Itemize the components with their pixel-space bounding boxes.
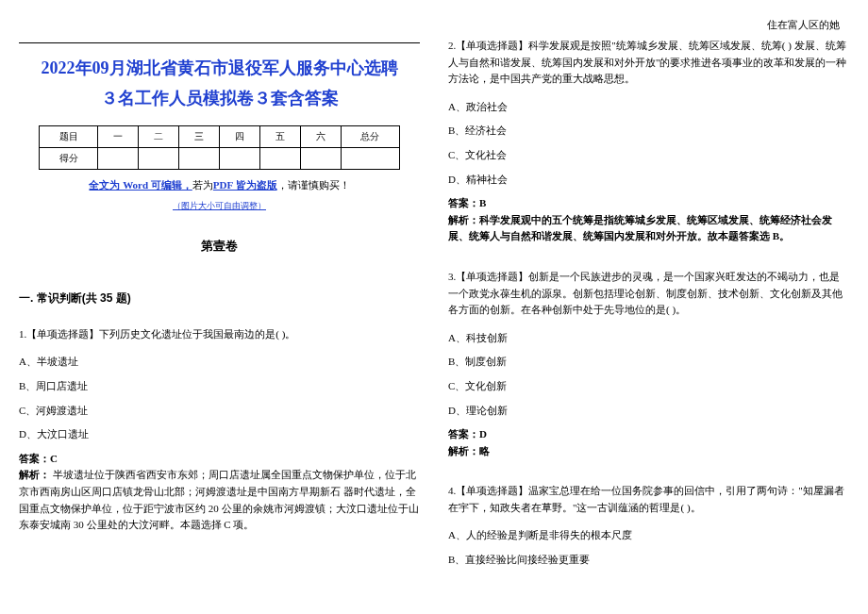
header-mark: 住在富人区的她 — [767, 17, 840, 34]
right-column: 2.【单项选择题】科学发展观是按照"统筹城乡发展、统筹区域发展、统筹( ) 发展… — [448, 9, 849, 586]
score-table: 题目 一 二 三 四 五 六 总分 得分 — [39, 125, 400, 170]
question-2: 2.【单项选择题】科学发展观是按照"统筹城乡发展、统筹区域发展、统筹( ) 发展… — [448, 38, 849, 245]
editable-notice: 全文为 Word 可编辑，若为PDF 皆为盗版，请谨慎购买！ — [19, 177, 420, 194]
td — [178, 147, 219, 169]
q2-opt-d: D、精神社会 — [448, 172, 849, 189]
th: 六 — [300, 125, 341, 147]
main-title: 2022年09月湖北省黄石市退役军人服务中心选聘３名工作人员模拟卷３套含答案 — [38, 53, 401, 114]
q4-opt-b: B、直接经验比间接经验更重要 — [448, 552, 849, 569]
notice-word: 全文为 Word 可编辑， — [89, 179, 192, 191]
volume-title: 第壹卷 — [19, 237, 420, 257]
q1-stem: 1.【单项选择题】下列历史文化遗址位于我国最南边的是( )。 — [19, 326, 420, 343]
q3-analysis-label: 解析： — [448, 445, 479, 456]
q3-options: A、科技创新 B、制度创新 C、文化创新 D、理论创新 — [448, 330, 849, 419]
th: 五 — [259, 125, 300, 147]
q2-analysis-label: 解析： — [448, 214, 479, 225]
q2-opt-a: A、政治社会 — [448, 99, 849, 116]
td — [341, 147, 399, 169]
th: 题目 — [40, 125, 98, 147]
q2-stem: 2.【单项选择题】科学发展观是按照"统筹城乡发展、统筹区域发展、统筹( ) 发展… — [448, 38, 849, 88]
q1-analysis: 解析： 半坡遗址位于陕西省西安市东郊；周口店遗址属全国重点文物保护单位，位于北京… — [19, 467, 420, 533]
q2-opt-b: B、经济社会 — [448, 123, 849, 140]
notice-mid: 若为 — [192, 179, 213, 191]
q1-opt-b: B、周口店遗址 — [19, 378, 420, 395]
q1-analysis-text: 半坡遗址位于陕西省西安市东郊；周口店遗址属全国重点文物保护单位，位于北京市西南房… — [19, 469, 419, 530]
q3-analysis: 解析：略 — [448, 443, 849, 460]
question-1: 1.【单项选择题】下列历史文化遗址位于我国最南边的是( )。 A、半坡遗址 B、… — [19, 326, 420, 534]
td — [259, 147, 300, 169]
image-note: （图片大小可自由调整） — [19, 199, 420, 212]
q3-opt-d: D、理论创新 — [448, 403, 849, 420]
notice-pdf: PDF 皆为盗版 — [213, 179, 277, 191]
q1-opt-a: A、半坡遗址 — [19, 354, 420, 371]
q2-analysis: 解析：科学发展观中的五个统筹是指统筹城乡发展、统筹区域发展、统筹经济社会发展、统… — [448, 212, 849, 245]
page-wrapper: 2022年09月湖北省黄石市退役军人服务中心选聘３名工作人员模拟卷３套含答案 题… — [0, 0, 868, 595]
notice-suffix: ，请谨慎购买！ — [277, 179, 350, 191]
q4-options: A、人的经验是判断是非得失的根本尺度 B、直接经验比间接经验更重要 — [448, 527, 849, 568]
td: 得分 — [40, 147, 98, 169]
score-header-row: 题目 一 二 三 四 五 六 总分 — [40, 125, 400, 147]
q1-opt-d: D、大汶口遗址 — [19, 426, 420, 443]
q3-answer: 答案：D 解析：略 — [448, 426, 849, 459]
td — [97, 147, 138, 169]
q3-opt-b: B、制度创新 — [448, 354, 849, 371]
q1-answer-label: 答案：C — [19, 451, 420, 468]
td — [300, 147, 341, 169]
q3-opt-c: C、文化创新 — [448, 378, 849, 395]
q3-analysis-text: 略 — [479, 445, 490, 456]
section-title: 一. 常识判断(共 35 题) — [19, 290, 420, 307]
th: 总分 — [341, 125, 399, 147]
q2-analysis-text: 科学发展观中的五个统筹是指统筹城乡发展、统筹区域发展、统筹经济社会发展、统筹人与… — [448, 214, 832, 242]
q3-opt-a: A、科技创新 — [448, 330, 849, 347]
th: 二 — [138, 125, 178, 147]
q1-answer: 答案：C 解析： 半坡遗址位于陕西省西安市东郊；周口店遗址属全国重点文物保护单位… — [19, 451, 420, 534]
q2-answer: 答案：B 解析：科学发展观中的五个统筹是指统筹城乡发展、统筹区域发展、统筹经济社… — [448, 195, 849, 245]
q1-options: A、半坡遗址 B、周口店遗址 C、河姆渡遗址 D、大汶口遗址 — [19, 354, 420, 442]
q3-answer-label: 答案：D — [448, 426, 849, 443]
q1-analysis-label: 解析： — [19, 469, 50, 480]
th: 四 — [219, 125, 259, 147]
q1-opt-c: C、河姆渡遗址 — [19, 403, 420, 420]
question-4: 4.【单项选择题】温家宝总理在给一位国务院参事的回信中，引用了两句诗："知屋漏者… — [448, 483, 849, 568]
th: 一 — [97, 125, 138, 147]
q4-stem: 4.【单项选择题】温家宝总理在给一位国务院参事的回信中，引用了两句诗："知屋漏者… — [448, 483, 849, 516]
q4-opt-a: A、人的经验是判断是非得失的根本尺度 — [448, 527, 849, 544]
score-value-row: 得分 — [40, 147, 400, 169]
th: 三 — [178, 125, 219, 147]
q2-opt-c: C、文化社会 — [448, 147, 849, 164]
left-column: 2022年09月湖北省黄石市退役军人服务中心选聘３名工作人员模拟卷３套含答案 题… — [19, 9, 420, 586]
td — [219, 147, 259, 169]
question-3: 3.【单项选择题】创新是一个民族进步的灵魂，是一个国家兴旺发达的不竭动力，也是一… — [448, 269, 849, 459]
top-hr — [19, 42, 420, 43]
q2-options: A、政治社会 B、经济社会 C、文化社会 D、精神社会 — [448, 99, 849, 188]
td — [138, 147, 178, 169]
q2-answer-label: 答案：B — [448, 195, 849, 212]
q3-stem: 3.【单项选择题】创新是一个民族进步的灵魂，是一个国家兴旺发达的不竭动力，也是一… — [448, 269, 849, 319]
